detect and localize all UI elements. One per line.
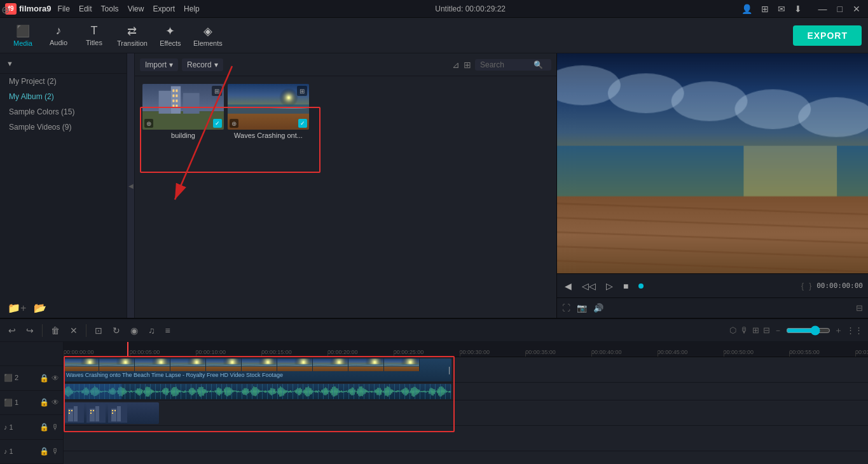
nav-my-album[interactable]: My Album (2) [0,89,127,104]
tl-settings-icon[interactable]: ⋮⋮ [846,325,863,335]
menu-view[interactable]: View [128,4,144,13]
menu-export[interactable]: Export [153,4,175,13]
toolbar-divider-1 [42,324,43,337]
record-button[interactable]: Record ▾ [182,58,223,71]
playhead-dot [638,283,644,289]
media-item-building[interactable]: ⊞ ⊕ ✓ building [142,84,224,139]
nav-sample-videos[interactable]: Sample Videos (9) [0,119,127,135]
track-area: 00:00:00:0000:00:05:0000:00:10:0000:00:1… [64,342,868,464]
layout-icon[interactable]: ⊞ [761,4,769,14]
track2-eye-icon[interactable]: 👁 [52,374,59,383]
timecode-brackets-left: { [801,282,804,290]
nav-my-project[interactable]: My Project (2) [0,74,127,89]
stop-btn[interactable]: ■ [621,280,631,292]
titlebar-left: f9 filmora9 File Edit Tools View Export … [5,3,200,15]
media-toolbar: Import ▾ Record ▾ ⊿ ⊞ 🔍 [135,53,556,76]
account-icon[interactable]: 👤 [741,4,752,14]
clip-resize-handle[interactable]: | [448,365,450,374]
menu-edit[interactable]: Edit [79,4,92,13]
mail-icon[interactable]: ✉ [778,4,785,14]
tl-minus-icon[interactable]: － [774,325,782,336]
grid-icon[interactable]: ⊞ [464,60,471,70]
panel-collapse-btn[interactable]: ◀ [127,53,135,318]
snapshot-icon[interactable]: 📷 [577,303,587,313]
effects-label: Effects [160,39,181,47]
filter-icon[interactable]: ⊿ [452,60,460,70]
toolbar-effects-btn[interactable]: ✦ Effects [154,20,187,51]
menu-help[interactable]: Help [184,4,200,13]
rewind-btn[interactable]: ◁◁ [579,280,598,292]
menu-tools[interactable]: Tools [101,4,119,13]
timeline-right-controls: ⬡ 🎙 ⊞ ⊟ － ＋ ⋮⋮ [729,325,863,336]
minimize-btn[interactable]: — [816,4,830,14]
toolbar-transition-btn[interactable]: ⇄ Transition [113,20,151,51]
audio2-lock-icon[interactable]: 🔒 [39,447,49,456]
add-folder-icon[interactable]: 📁+ [8,302,26,314]
pip-icon[interactable]: ⊟ [856,303,863,313]
track1-lock-icon[interactable]: 🔒 [39,398,49,407]
elements-label: Elements [193,39,223,47]
audio1-mic-icon[interactable]: 🎙 [52,423,59,432]
track1-label: ⬛ 1 [4,399,37,407]
track-controls: ⊕ ⬛ 2 🔒 👁 ⬛ 1 🔒 👁 ♪ 1 🔒 🎙 ♪ 1 [0,342,64,464]
tl-mic-icon[interactable]: 🎙 [740,325,748,335]
preview-area: ◀ ◁◁ ▷ ■ { } 00:00:00:00 ⛶ 📷 🔊 ⊟ [556,53,868,318]
track2-lock-icon[interactable]: 🔒 [39,374,49,383]
tl-mask-icon[interactable]: ⬡ [729,325,736,335]
folder-icon[interactable]: 📂 [34,302,46,314]
audio2-mic-icon[interactable]: 🎙 [52,447,59,456]
building-add-icon: ⊕ [144,119,153,128]
media-item-waves[interactable]: ⊞ ⊕ ✓ Waves Crashing ont... [228,84,309,139]
download-icon[interactable]: ⬇ [794,4,802,14]
nav-sample-colors[interactable]: Sample Colors (15) [0,104,127,119]
left-panel: ▼ My Project (2) My Album (2) Sample Col… [0,53,127,318]
import-button[interactable]: Import ▾ [140,58,178,71]
speaker-icon[interactable]: 🔊 [593,303,603,313]
tl-plus-icon[interactable]: ＋ [834,325,843,336]
waves-add-icon: ⊕ [230,119,238,128]
export-button[interactable]: EXPORT [793,25,862,46]
timecode-brackets-right: } [809,282,811,290]
preview-video [557,53,868,273]
media-thumb-waves: ⊞ ⊕ ✓ [228,84,309,130]
building-clip[interactable] [64,402,159,424]
tl-pip-icon[interactable]: ⊞ [752,325,759,335]
panel-header-label: ▼ [6,60,13,67]
tl-rotate-btn[interactable]: ↻ [109,324,123,338]
tl-undo-btn[interactable]: ↩ [5,324,19,338]
waves-clip-label: Waves Crashing onto The Beach Time Lapse… [64,371,286,379]
menu-file[interactable]: File [58,4,70,13]
toolbar-media-btn[interactable]: ⬛ Media [6,20,39,51]
media-thumb-building: ⊞ ⊕ ✓ [142,84,224,130]
maximize-btn[interactable]: □ [835,4,845,14]
prev-frame-btn[interactable]: ◀ [562,280,574,292]
toolbar-titles-btn[interactable]: T Titles [78,20,111,51]
title-display: Untitled: 00:00:29:22 [435,4,506,13]
tl-color-btn[interactable]: ◉ [127,324,141,338]
tl-audio-btn[interactable]: ♫ [145,324,158,338]
media-icon: ⬛ [16,24,30,38]
waves-check-icon: ✓ [298,119,307,128]
tl-close-btn[interactable]: ✕ [67,324,81,338]
tl-speed-btn[interactable]: ≡ [162,324,174,338]
tl-delete-btn[interactable]: 🗑 [48,324,63,338]
search-input[interactable] [480,60,531,69]
tl-mosaic-icon[interactable]: ⊟ [763,325,770,335]
track-ctrl-video2: ⬛ 2 🔒 👁 [0,366,63,391]
tl-redo-btn[interactable]: ↪ [23,324,37,338]
track1-eye-icon[interactable]: 👁 [52,398,59,407]
waves-clip[interactable]: Waves Crashing onto The Beach Time Lapse… [64,358,451,381]
timeline-zoom-slider[interactable] [786,325,830,336]
play-btn[interactable]: ▷ [603,280,616,292]
transition-icon: ⇄ [127,24,137,38]
preview-time: 00:00:00:00 [816,282,863,290]
audio1-lock-icon[interactable]: 🔒 [39,423,49,432]
toolbar-elements-btn[interactable]: ◈ Elements [189,20,226,51]
search-box: 🔍 [475,59,551,71]
app-logo: f9 filmora9 [5,3,52,15]
close-btn[interactable]: ✕ [850,4,863,14]
window-controls: — □ ✕ [816,4,863,14]
fullscreen-icon[interactable]: ⛶ [562,303,570,313]
tl-crop-btn[interactable]: ⊡ [92,324,106,338]
toolbar-audio-btn[interactable]: ♪ Audio [42,20,75,51]
